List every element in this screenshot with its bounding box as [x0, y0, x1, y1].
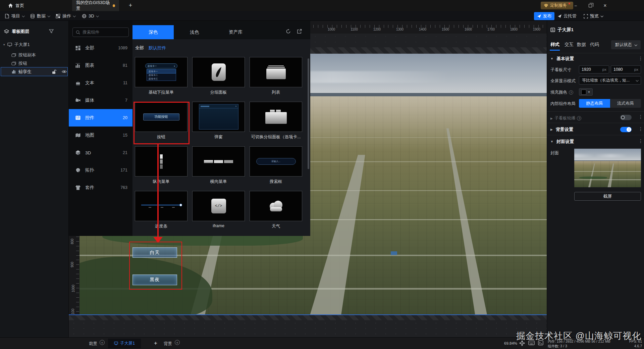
card-modal[interactable]: × 弹窗 — [192, 102, 245, 141]
category-all[interactable]: 全部 1089 — [69, 39, 132, 57]
fullscreen-mode-select[interactable]: 等比缩放（长边填充，短... — [579, 76, 641, 85]
layout-flow-option[interactable]: 流式布局 — [610, 99, 641, 108]
foreground-label[interactable]: 前景 — [89, 341, 97, 347]
home-tab[interactable]: 首页 — [5, 0, 28, 11]
tab-dark-theme[interactable]: 深色 — [132, 25, 174, 39]
category-map[interactable]: 地图 15 — [69, 127, 132, 144]
caret-right-icon: ▶ — [550, 117, 553, 120]
cover-thumbnail[interactable] — [574, 149, 641, 187]
width-input[interactable]: px — [579, 65, 609, 73]
ruler-tick-label: 1800 — [510, 28, 518, 31]
height-value[interactable] — [613, 67, 631, 72]
search-input[interactable] — [83, 30, 125, 35]
tab-interaction[interactable]: 交互 — [565, 42, 574, 48]
gallery-scrollbar[interactable] — [308, 58, 309, 169]
screenshot-button[interactable]: 截屏 — [574, 192, 641, 201]
project-icon — [5, 14, 9, 18]
cloud-hosting-button[interactable]: 云托管 — [557, 12, 577, 20]
restore-button[interactable] — [584, 0, 597, 11]
category-topology[interactable]: 拓扑 171 — [69, 161, 132, 179]
state-selector[interactable]: 默认状态 — [611, 40, 641, 49]
tab-style[interactable]: 样式 — [550, 42, 559, 48]
add-screen-button[interactable]: + — [152, 339, 160, 347]
width-value[interactable] — [582, 67, 599, 72]
menu-3d[interactable]: 3D — [82, 11, 98, 21]
filter-default-widgets[interactable]: 默认控件 — [149, 45, 166, 51]
card-horizontal-menu[interactable]: 横向菜单 — [192, 146, 245, 185]
category-text[interactable]: 文本 11 — [69, 74, 132, 92]
card-thumbnail — [250, 57, 302, 87]
fill-color-picker[interactable]: ▼ — [579, 88, 593, 96]
tab-asset-library[interactable]: 资产库 — [215, 25, 256, 39]
category-charts[interactable]: 图表 81 — [69, 57, 132, 74]
layer-item-button[interactable]: 按钮 — [11, 60, 27, 66]
layout-static-option[interactable]: 静态布局 — [579, 99, 610, 108]
publish-button[interactable]: 发布 — [534, 12, 554, 20]
component-search[interactable] — [72, 28, 129, 37]
layer-item-button-copy[interactable]: 按钮副本 — [11, 52, 36, 58]
layer-item-label: 子大屏1 — [14, 42, 30, 48]
background-label[interactable]: 背景 — [164, 341, 172, 347]
map-land — [574, 160, 641, 188]
menu-project[interactable]: 项目 — [5, 11, 24, 21]
add-foreground-button[interactable]: + — [100, 340, 105, 345]
horizontal-ruler: 1000 1100 1200 1300 1400 1500 1600 1700 … — [310, 21, 547, 34]
export-button[interactable] — [297, 29, 302, 34]
minimize-button[interactable]: − — [569, 0, 582, 11]
eye-icon[interactable] — [62, 70, 67, 73]
section-cover[interactable]: ▼ 封面设置 — [550, 139, 574, 145]
card-search-box[interactable]: 请输入... 搜索框 — [250, 146, 302, 185]
card-list[interactable]: 列表 — [250, 57, 302, 96]
background-toggle[interactable] — [620, 127, 632, 132]
layout-segmented-control: 静态布局 流式布局 — [579, 99, 641, 108]
category-3d[interactable]: 3D 21 — [69, 144, 132, 161]
category-widgets-selected[interactable]: 控件 20 — [69, 109, 132, 127]
chevron-down-icon — [96, 14, 99, 17]
section-menu-button[interactable]: ⋮ — [638, 126, 643, 132]
card-iframe[interactable]: </> iframe — [192, 191, 245, 230]
category-suite[interactable]: 套件 763 — [69, 179, 132, 196]
new-tab-button[interactable]: + — [125, 0, 136, 11]
modal-thumb: × — [199, 104, 238, 130]
document-tab[interactable]: 我的空白GIS3D场景 — [72, 0, 119, 11]
filter-button[interactable] — [49, 29, 54, 34]
card-group-panel[interactable]: 分组面板 — [192, 57, 245, 96]
filter-all[interactable]: 全部 — [135, 45, 144, 51]
unlock-icon[interactable] — [52, 69, 56, 74]
ruler-tick-label: 1200 — [373, 28, 381, 31]
layers-panel-title: 看板图层 — [12, 29, 29, 35]
section-background[interactable]: ▶ 背景设置 — [550, 127, 573, 133]
inspector-title-row: 子大屏1 — [550, 27, 574, 33]
card-basic-dropdown[interactable]: 选项卡一▾ 选项卡一 选项卡二 选项卡三 基础下拉菜单 — [135, 57, 187, 96]
menu-data[interactable]: 数据 — [30, 11, 50, 21]
card-progress-bar[interactable]: 进度条 — [135, 191, 187, 230]
preview-button[interactable]: 预览 — [584, 12, 603, 20]
code-icon: </> — [211, 199, 226, 213]
category-media[interactable]: 媒体 7 — [69, 92, 132, 109]
section-menu-button[interactable]: ⋮ — [638, 114, 643, 119]
funnel-icon — [49, 29, 54, 34]
tab-light-theme[interactable]: 浅色 — [174, 25, 215, 39]
screen-tab[interactable]: 子大屏1 — [108, 339, 141, 348]
tab-code[interactable]: 代码 — [590, 42, 599, 48]
card-switchable-group-panel[interactable]: 可切换分组面板（选项卡... — [250, 102, 302, 141]
layer-item-whale-twin-selected[interactable]: 鲸孪生 — [1, 67, 68, 76]
card-label: 进度条 — [135, 223, 187, 229]
zoom-level[interactable]: 69.84% — [504, 341, 517, 345]
carousel-row[interactable]: ▶ 子看板轮播 ? — [550, 115, 581, 121]
section-basic-settings[interactable]: ▼ 基本设置 — [550, 56, 574, 62]
add-background-button[interactable]: + — [175, 340, 180, 345]
unit-label: px — [602, 67, 606, 71]
card-vertical-menu[interactable]: 纵向菜单 — [135, 146, 187, 185]
refresh-button[interactable] — [286, 29, 291, 34]
menu-operation[interactable]: 操作 — [56, 11, 75, 21]
card-weather[interactable]: 天气 — [250, 191, 302, 230]
tab-data[interactable]: 数据 — [577, 42, 586, 48]
layer-item-screen[interactable]: ▾ 子大屏1 — [3, 42, 30, 48]
carousel-toggle[interactable] — [620, 115, 632, 120]
section-menu-button[interactable]: ⋮ — [638, 138, 643, 144]
height-input[interactable]: px — [611, 65, 641, 73]
close-button[interactable]: × — [598, 0, 612, 11]
section-menu-button[interactable]: ⋮ — [638, 56, 643, 61]
custom-service-badge[interactable]: 定制服务 — [541, 2, 573, 9]
